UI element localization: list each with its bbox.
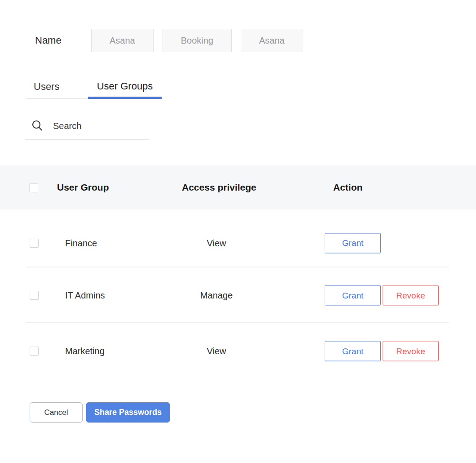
table-row: Finance View Grant <box>0 209 476 267</box>
access-privilege: View <box>172 346 261 356</box>
row-checkbox[interactable] <box>30 347 39 356</box>
table-row: IT Admins Manage Grant Revoke <box>0 267 476 323</box>
access-privilege: Manage <box>172 290 261 301</box>
share-passwords-button[interactable]: Share Passwords <box>86 402 170 423</box>
row-actions: Grant Revoke <box>325 341 439 361</box>
grant-button[interactable]: Grant <box>325 341 381 361</box>
tab-user-groups[interactable]: User Groups <box>88 77 162 99</box>
user-group-name: Finance <box>65 238 97 248</box>
name-field-row: Name Asana Booking Asana <box>35 29 303 52</box>
column-header-action: Action <box>333 182 362 193</box>
tab-user-groups-label: User Groups <box>97 80 153 92</box>
column-header-user-group: User Group <box>57 182 109 193</box>
select-all-checkbox[interactable] <box>29 183 38 192</box>
column-header-access-privilege: Access privilege <box>182 182 256 193</box>
share-passwords-dialog: Name Asana Booking Asana Users User Grou… <box>0 0 476 463</box>
name-field-label: Name <box>35 35 91 46</box>
password-chip-list: Asana Booking Asana <box>91 29 303 52</box>
user-group-name: Marketing <box>65 346 105 356</box>
table-row: Marketing View Grant Revoke <box>0 323 476 379</box>
search-underline <box>25 139 149 140</box>
row-checkbox[interactable] <box>30 239 39 248</box>
row-actions: Grant Revoke <box>325 285 439 306</box>
password-chip: Booking <box>163 29 232 52</box>
grant-button[interactable]: Grant <box>325 285 381 306</box>
tab-users-label: Users <box>34 81 59 92</box>
password-chip: Asana <box>241 29 303 52</box>
revoke-button[interactable]: Revoke <box>383 285 439 306</box>
search-icon <box>31 120 44 134</box>
row-checkbox[interactable] <box>30 291 39 300</box>
password-chip: Asana <box>91 29 154 52</box>
revoke-button[interactable]: Revoke <box>383 341 439 361</box>
access-privilege: View <box>172 238 261 248</box>
row-actions: Grant <box>325 233 381 253</box>
search-input[interactable] <box>53 119 145 133</box>
cancel-button[interactable]: Cancel <box>30 402 83 423</box>
user-group-name: IT Admins <box>65 290 105 301</box>
tab-users[interactable]: Users <box>26 78 88 99</box>
grant-button[interactable]: Grant <box>325 233 381 253</box>
table-header: User Group Access privilege Action <box>0 165 476 209</box>
